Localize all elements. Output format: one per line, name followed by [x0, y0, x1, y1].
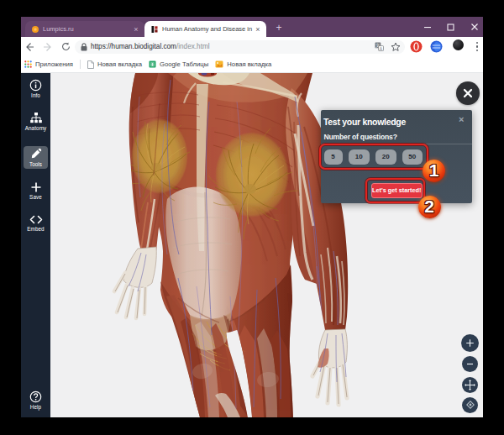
center-view-button[interactable]	[462, 397, 478, 413]
pencil-tools-icon	[29, 148, 42, 160]
model-right-hand	[312, 329, 347, 405]
tab-lumpics[interactable]: Lumpics.ru ×	[25, 21, 144, 37]
bookmark-label: Приложения	[35, 60, 73, 68]
callout-1-badge: 1	[423, 160, 445, 182]
bookmark-star-icon[interactable]	[391, 42, 401, 52]
google-sheets-icon	[149, 60, 156, 68]
bookmark-new-tab-2[interactable]: Новая вкладка	[215, 60, 271, 68]
bookmark-apps[interactable]: Приложения	[24, 60, 73, 68]
close-icon	[470, 23, 479, 31]
orange-site-icon	[215, 60, 223, 68]
bookmark-label: Google Таблицы	[160, 60, 208, 68]
bookmark-label: Новая вкладка	[227, 60, 271, 68]
sidebar-item-info[interactable]: Info	[21, 79, 50, 98]
window-maximize-button[interactable]	[438, 17, 462, 37]
url-path: /index.html	[176, 43, 210, 50]
browser-menu-button[interactable]	[471, 39, 483, 54]
close-window-icon[interactable]	[463, 17, 486, 37]
callout-2-badge: 2	[418, 196, 441, 218]
sidebar-item-label: Help	[30, 404, 41, 410]
info-icon	[29, 79, 42, 92]
help-icon	[29, 390, 42, 403]
sidebar-item-help[interactable]: Help	[21, 390, 50, 410]
profile-avatar[interactable]	[453, 39, 464, 50]
window-minimize-button[interactable]	[416, 17, 439, 37]
reload-icon	[61, 42, 71, 51]
page-content: Info Anatomy	[21, 73, 483, 417]
reload-button[interactable]	[59, 39, 73, 54]
new-tab-button[interactable]: +	[273, 23, 285, 34]
blue-extension-icon[interactable]	[430, 40, 443, 53]
tab-title: Lumpics.ru	[43, 25, 131, 33]
url-host: https://human.biodigital.com	[91, 43, 176, 50]
anatomy-hierarchy-icon	[29, 112, 43, 124]
lock-icon	[81, 43, 87, 51]
sidebar-item-label: Tools	[29, 161, 42, 167]
sidebar-item-anatomy[interactable]: Anatomy	[21, 112, 50, 131]
sidebar-item-save[interactable]: Save	[21, 181, 50, 200]
bookmark-new-tab-1[interactable]: Новая вкладка	[87, 60, 142, 69]
zoom-in-button[interactable]	[461, 334, 479, 352]
model-left-hand	[114, 247, 156, 318]
highlight-box-options	[319, 144, 428, 170]
forward-button[interactable]	[40, 39, 55, 54]
address-bar[interactable]: https://human.biodigital.com/index.html …	[75, 40, 405, 54]
tab-close-icon[interactable]: ×	[131, 24, 141, 34]
pan-move-icon	[465, 380, 475, 390]
center-view-icon	[465, 400, 475, 410]
tab-close-icon[interactable]: ×	[253, 24, 263, 34]
quiz-question-label: Number of questions?	[324, 133, 397, 141]
bookmarks-bar: Приложения Новая вкладка Google Таблицы	[21, 56, 483, 73]
sidebar-item-label: Save	[29, 194, 42, 200]
tab-title: Human Anatomy and Disease in	[162, 25, 253, 33]
url-text: https://human.biodigital.com/index.html	[91, 43, 210, 50]
viewer-close-button[interactable]	[456, 81, 480, 105]
minus-icon	[465, 359, 475, 369]
tab-strip: Lumpics.ru × Human Anatomy and Disease i…	[21, 17, 483, 37]
apps-grid-icon	[24, 60, 32, 68]
app-sidebar: Info Anatomy	[21, 73, 50, 417]
sidebar-item-tools[interactable]: Tools	[21, 148, 50, 167]
zoom-out-button[interactable]	[462, 356, 478, 372]
back-button[interactable]	[22, 39, 36, 54]
bookmark-google-sheets[interactable]: Google Таблицы	[149, 60, 208, 68]
maximize-icon	[447, 24, 454, 31]
lumpics-favicon-icon	[32, 26, 39, 33]
page-icon	[87, 60, 94, 69]
sidebar-item-label: Embed	[27, 226, 44, 232]
forward-icon	[43, 42, 53, 52]
close-x-icon	[463, 88, 473, 98]
browser-toolbar: https://human.biodigital.com/index.html …	[21, 37, 483, 56]
plus-icon	[465, 338, 475, 348]
plus-save-icon	[30, 181, 42, 193]
opera-extension-icon[interactable]	[410, 40, 423, 53]
browser-window: Lumpics.ru × Human Anatomy and Disease i…	[21, 17, 483, 417]
tab-biodigital[interactable]: Human Anatomy and Disease in ×	[144, 21, 266, 37]
embed-code-icon	[29, 214, 43, 225]
sidebar-item-embed[interactable]: Embed	[21, 214, 50, 232]
sidebar-item-label: Info	[31, 92, 40, 98]
quiz-close-icon[interactable]: ×	[459, 114, 464, 124]
quiz-panel-title: Test your knowledge	[323, 117, 406, 127]
bookmarks-separator	[80, 60, 81, 69]
screenshot-stage: Lumpics.ru × Human Anatomy and Disease i…	[0, 0, 504, 435]
pan-button[interactable]	[462, 377, 478, 393]
bookmark-label: Новая вкладка	[97, 60, 142, 68]
biodigital-favicon-icon	[151, 26, 158, 33]
sidebar-item-label: Anatomy	[25, 125, 47, 131]
minimize-icon	[423, 23, 432, 31]
translate-icon[interactable]: 文 A	[375, 42, 384, 51]
back-icon	[24, 42, 34, 52]
highlight-box-start	[365, 178, 426, 204]
